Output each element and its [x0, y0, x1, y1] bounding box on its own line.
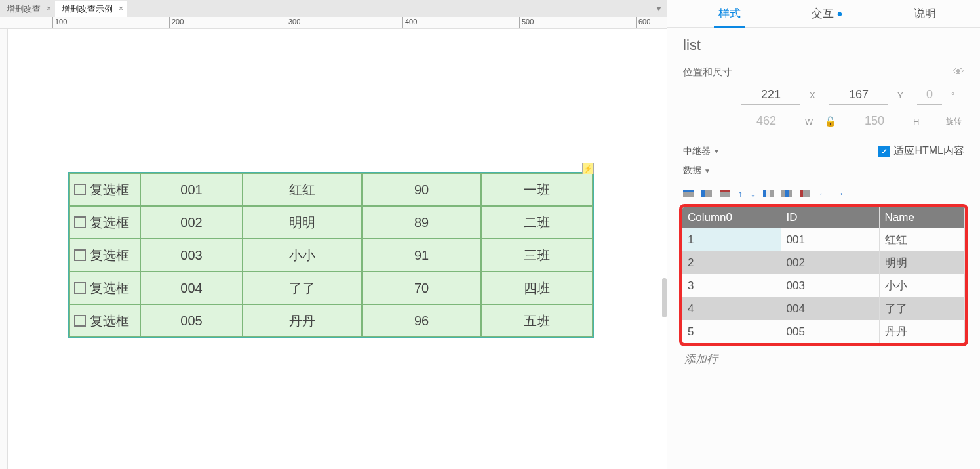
width-input[interactable] — [737, 112, 796, 131]
cell-score: 90 — [362, 173, 481, 206]
data-cell[interactable]: 005 — [781, 320, 879, 343]
data-cell[interactable]: 003 — [781, 274, 879, 297]
data-cell[interactable]: 1 — [682, 228, 781, 251]
insert-column-icon[interactable] — [763, 190, 774, 197]
data-row[interactable]: 5 005 丹丹 — [682, 320, 965, 343]
table-row: 复选框 002 明明 89 二班 — [69, 206, 593, 239]
data-cell[interactable]: 002 — [781, 251, 879, 274]
design-canvas[interactable]: ⚡ 复选框 001 红红 90 一班 复选框 002 明明 89 二班 — [8, 29, 667, 469]
w-label: W — [805, 117, 815, 127]
scrollbar-thumb[interactable] — [662, 278, 667, 317]
tab-label: 增删改查 — [7, 3, 41, 15]
cell-class: 五班 — [481, 304, 593, 337]
delete-row-icon[interactable] — [720, 190, 730, 197]
data-row[interactable]: 2 002 明明 — [682, 251, 965, 274]
checkbox-icon[interactable] — [74, 282, 86, 294]
cell-id: 003 — [140, 239, 243, 272]
cell-score: 91 — [362, 239, 481, 272]
section-position-size: 位置和尺寸 — [683, 66, 732, 79]
data-cell[interactable]: 了了 — [879, 297, 965, 320]
data-cell[interactable]: 2 — [682, 251, 781, 274]
data-cell[interactable]: 小小 — [879, 274, 965, 297]
fit-html-label: 适应HTML内容 — [893, 144, 964, 158]
checkbox-icon[interactable] — [74, 184, 86, 195]
data-cell[interactable]: 明明 — [879, 251, 965, 274]
chevron-down-icon: ▼ — [704, 167, 711, 174]
checkbox-label: 复选框 — [90, 279, 129, 297]
close-icon[interactable]: × — [119, 4, 123, 13]
data-col-header[interactable]: Name — [879, 207, 965, 228]
move-down-icon[interactable]: ↓ — [751, 188, 755, 199]
rotation-label: 旋转 — [933, 116, 962, 127]
data-col-header[interactable]: Column0 — [682, 207, 781, 228]
document-tabs: 增删改查 × 增删改查示例 × ▼ — [0, 0, 667, 17]
delete-column-icon[interactable] — [800, 190, 810, 197]
insert-row-icon[interactable] — [683, 190, 694, 197]
data-cell[interactable]: 004 — [781, 297, 879, 320]
move-up-icon[interactable]: ↑ — [738, 188, 743, 199]
widget-name[interactable]: list — [667, 28, 980, 60]
repeater-data-grid[interactable]: Column0 ID Name 1 001 红红 2 0 — [682, 207, 965, 343]
lock-icon[interactable]: 🔓 — [825, 116, 836, 127]
x-label: X — [810, 91, 820, 100]
data-row[interactable]: 4 004 了了 — [682, 297, 965, 320]
repeater-section-label[interactable]: 中继器 — [683, 146, 711, 157]
data-cell[interactable]: 红红 — [879, 228, 965, 251]
checkbox-icon[interactable] — [74, 249, 86, 261]
close-icon[interactable]: × — [47, 4, 51, 13]
repeater-widget[interactable]: ⚡ 复选框 001 红红 90 一班 复选框 002 明明 89 二班 — [68, 172, 594, 338]
insert-column-right-icon[interactable] — [781, 190, 792, 197]
rotation-input[interactable] — [917, 85, 942, 105]
insert-row-below-icon[interactable] — [701, 190, 712, 197]
checkbox-icon[interactable] — [74, 315, 86, 327]
checkbox-fit-html[interactable]: ✓ — [878, 146, 890, 157]
move-left-icon[interactable]: ← — [818, 188, 827, 199]
tab-interaction[interactable]: 交互 • — [778, 6, 876, 21]
tab-description[interactable]: 说明 — [876, 6, 973, 21]
cell-name: 明明 — [243, 206, 362, 239]
tab-crud-example[interactable]: 增删改查示例 × — [55, 1, 127, 17]
ruler-vertical — [0, 29, 8, 469]
cell-class: 二班 — [481, 206, 593, 239]
tab-style[interactable]: 样式 — [680, 6, 778, 21]
checkbox-label: 复选框 — [90, 214, 129, 232]
cell-class: 三班 — [481, 239, 593, 272]
table-row: 复选框 001 红红 90 一班 — [69, 173, 593, 206]
cell-class: 四班 — [481, 272, 593, 304]
data-row[interactable]: 1 001 红红 — [682, 228, 965, 251]
x-input[interactable] — [741, 85, 800, 105]
lightning-icon: ⚡ — [582, 163, 594, 174]
dot-icon: • — [837, 5, 842, 23]
data-table-highlight: Column0 ID Name 1 001 红红 2 0 — [679, 204, 968, 346]
properties-panel: 样式 交互 • 说明 list 位置和尺寸 👁 X Y ° W 🔓 — [667, 0, 980, 469]
data-cell[interactable]: 5 — [682, 320, 781, 343]
add-row-prompt[interactable]: 添加行 — [679, 346, 968, 372]
ruler-mark: 500 — [522, 18, 534, 26]
cell-name: 小小 — [243, 239, 362, 272]
data-cell[interactable]: 001 — [781, 228, 879, 251]
y-input[interactable] — [829, 85, 888, 105]
y-label: Y — [897, 91, 908, 100]
data-section-label[interactable]: 数据 — [683, 165, 701, 176]
checkbox-label: 复选框 — [90, 181, 129, 199]
data-row[interactable]: 3 003 小小 — [682, 274, 965, 297]
tab-menu-dropdown-icon[interactable]: ▼ — [655, 4, 663, 13]
ruler-mark: 300 — [288, 18, 300, 26]
tab-crud[interactable]: 增删改查 × — [0, 1, 55, 17]
move-right-icon[interactable]: → — [835, 188, 844, 199]
h-label: H — [913, 117, 924, 127]
data-cell[interactable]: 丹丹 — [879, 320, 965, 343]
cell-id: 005 — [140, 304, 243, 337]
cell-id: 001 — [140, 173, 243, 206]
cell-class: 一班 — [481, 173, 593, 206]
height-input[interactable] — [845, 112, 904, 131]
cell-score: 96 — [362, 304, 481, 337]
canvas-pane: 增删改查 × 增删改查示例 × ▼ 100 200 300 400 500 60… — [0, 0, 667, 469]
data-cell[interactable]: 3 — [682, 274, 781, 297]
visibility-icon[interactable]: 👁 — [953, 66, 964, 79]
cell-score: 89 — [362, 206, 481, 239]
data-cell[interactable]: 4 — [682, 297, 781, 320]
table-row: 复选框 003 小小 91 三班 — [69, 239, 593, 272]
data-col-header[interactable]: ID — [781, 207, 879, 228]
checkbox-icon[interactable] — [74, 216, 86, 228]
